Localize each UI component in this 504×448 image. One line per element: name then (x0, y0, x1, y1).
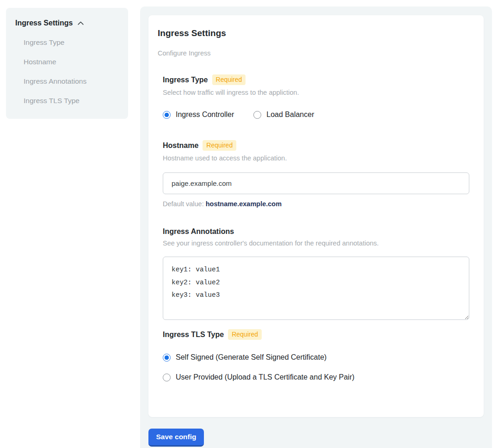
hostname-label: Hostname (163, 141, 198, 150)
required-badge: Required (228, 329, 262, 340)
radio-self-signed-input[interactable] (163, 354, 171, 362)
sidebar-section-toggle[interactable]: Ingress Settings (15, 19, 119, 27)
radio-load-balancer-input[interactable] (253, 111, 261, 119)
hostname-default-prefix: Default value: (163, 200, 206, 208)
field-ingress-type: Ingress Type Required Select how traffic… (163, 74, 469, 119)
page: Ingress Settings Ingress Type Hostname I… (0, 0, 504, 448)
page-title: Ingress Settings (158, 28, 474, 38)
radio-self-signed-label: Self Signed (Generate Self Signed Certif… (176, 353, 326, 362)
field-hostname: Hostname Required Hostname used to acces… (163, 140, 469, 208)
ingress-tls-type-label: Ingress TLS Type (163, 331, 224, 339)
sidebar-item-ingress-type[interactable]: Ingress Type (15, 38, 119, 47)
radio-ingress-controller-label: Ingress Controller (176, 110, 234, 119)
ingress-settings-card: Ingress Settings Configure Ingress Ingre… (148, 15, 484, 417)
hostname-input[interactable] (163, 172, 469, 194)
ingress-annotations-description: See your ingress controller's documentat… (163, 239, 469, 247)
required-badge: Required (203, 140, 236, 151)
ingress-annotations-label: Ingress Annotations (163, 227, 234, 236)
radio-user-provided-label: User Provided (Upload a TLS Certificate … (176, 373, 355, 381)
field-ingress-tls-type: Ingress TLS Type Required Self Signed (G… (163, 329, 469, 381)
radio-self-signed[interactable]: Self Signed (Generate Self Signed Certif… (163, 353, 469, 362)
page-subtitle: Configure Ingress (158, 49, 474, 57)
tls-type-radio-group: Self Signed (Generate Self Signed Certif… (163, 353, 469, 381)
radio-ingress-controller-input[interactable] (163, 111, 171, 119)
sidebar-nav: Ingress Type Hostname Ingress Annotation… (15, 38, 119, 105)
sidebar-item-ingress-tls-type[interactable]: Ingress TLS Type (15, 97, 119, 105)
ingress-type-description: Select how traffic will ingress to the a… (163, 89, 469, 96)
ingress-settings-panel: Ingress Settings Configure Ingress Ingre… (140, 6, 492, 448)
ingress-type-label: Ingress Type (163, 76, 208, 84)
radio-load-balancer[interactable]: Load Balancer (253, 110, 314, 119)
ingress-type-radio-group: Ingress Controller Load Balancer (163, 110, 469, 119)
sidebar-section-title: Ingress Settings (15, 19, 73, 27)
hostname-description: Hostname used to access the application. (163, 154, 469, 162)
field-ingress-annotations: Ingress Annotations See your ingress con… (163, 227, 469, 320)
hostname-default-value: hostname.example.com (206, 200, 282, 208)
sidebar-item-ingress-annotations[interactable]: Ingress Annotations (15, 77, 119, 86)
required-badge: Required (212, 74, 246, 85)
radio-load-balancer-label: Load Balancer (266, 110, 314, 119)
hostname-default-line: Default value: hostname.example.com (163, 200, 469, 208)
save-config-button[interactable]: Save config (148, 429, 204, 447)
radio-user-provided-input[interactable] (163, 374, 171, 381)
sidebar-item-hostname[interactable]: Hostname (15, 58, 119, 66)
annotations-textarea[interactable]: key1: value1 key2: value2 key3: value3 (163, 257, 469, 320)
chevron-up-icon (77, 19, 85, 27)
settings-sidebar: Ingress Settings Ingress Type Hostname I… (6, 8, 128, 119)
radio-user-provided[interactable]: User Provided (Upload a TLS Certificate … (163, 373, 469, 381)
radio-ingress-controller[interactable]: Ingress Controller (163, 110, 234, 119)
